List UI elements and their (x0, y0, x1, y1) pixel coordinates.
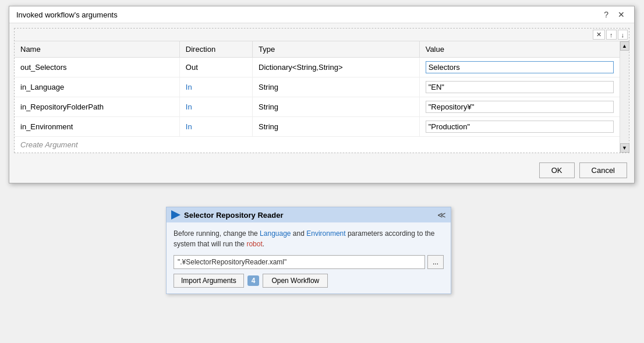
down-toolbar-button[interactable]: ↓ (618, 30, 628, 40)
dialog-title: Invoked workflow's arguments (16, 10, 118, 19)
col-name: Name (15, 41, 179, 58)
invoke-panel-title-area: Selector Repository Reader (171, 210, 284, 220)
value-input-3[interactable] (426, 101, 614, 113)
table-scrollbar: ▲ ▼ (620, 41, 629, 153)
arg-value[interactable] (419, 58, 620, 77)
arguments-table: Name Direction Type Value out_Selectors … (15, 41, 620, 153)
import-arguments-button[interactable]: Import Arguments (174, 274, 244, 288)
ok-button[interactable]: OK (539, 162, 575, 178)
table-toolbar: ✕ ↑ ↓ (15, 29, 629, 41)
arguments-table-container: ✕ ↑ ↓ Name Direction Type Value (14, 28, 629, 153)
invoke-description: Before running, change the Language and … (174, 228, 444, 249)
arg-direction: In (179, 97, 252, 117)
close-button[interactable]: ✕ (615, 10, 627, 19)
collapse-button[interactable]: ≪ (437, 210, 446, 220)
col-direction: Direction (179, 41, 252, 58)
scroll-up-button[interactable]: ▲ (620, 41, 629, 51)
arg-name: in_Language (15, 77, 179, 97)
table-scroll-area: Name Direction Type Value out_Selectors … (15, 41, 629, 153)
arg-type: String (253, 97, 420, 117)
invoke-panel-header: Selector Repository Reader ≪ (167, 207, 451, 222)
highlight-language: Language (260, 229, 291, 238)
scroll-down-button[interactable]: ▼ (620, 143, 629, 153)
table-header-row: Name Direction Type Value (15, 41, 620, 58)
dialog-title-bar: Invoked workflow's arguments ? ✕ (9, 6, 634, 23)
argument-count-badge: 4 (247, 275, 260, 286)
arg-type: Dictionary<String,String> (253, 58, 420, 77)
table-inner: Name Direction Type Value out_Selectors … (15, 41, 620, 153)
invoke-panel-body: Before running, change the Language and … (167, 222, 451, 294)
arg-direction: Out (179, 58, 252, 77)
invoke-panel-title: Selector Repository Reader (184, 211, 284, 220)
scrollbar-track (620, 51, 629, 143)
arg-value[interactable] (419, 117, 620, 137)
highlight-environment: Environment (306, 229, 345, 238)
arg-value[interactable] (419, 77, 620, 97)
arg-direction: In (179, 117, 252, 137)
col-type: Type (253, 41, 420, 58)
browse-button[interactable]: ... (427, 255, 444, 269)
arg-type: String (253, 77, 420, 97)
cancel-button[interactable]: Cancel (579, 162, 627, 178)
value-input-2[interactable] (426, 81, 614, 93)
table-row: out_Selectors Out Dictionary<String,Stri… (15, 58, 620, 77)
highlight-robot: robot (246, 240, 262, 248)
dialog-footer: OK Cancel (9, 158, 634, 183)
title-controls: ? ✕ (601, 10, 627, 19)
arg-name: in_RepositoryFolderPath (15, 97, 179, 117)
table-row: in_Environment In String (15, 117, 620, 137)
action-row: Import Arguments 4 Open Workflow (174, 274, 444, 288)
arg-name: in_Environment (15, 117, 179, 137)
arg-direction: In (179, 77, 252, 97)
create-argument-row[interactable]: Create Argument (15, 137, 620, 153)
file-row: ... (174, 255, 444, 269)
play-icon (171, 210, 181, 220)
value-input-1[interactable] (426, 61, 614, 73)
arg-value[interactable] (419, 97, 620, 117)
help-button[interactable]: ? (601, 10, 611, 19)
arg-type: String (253, 117, 420, 137)
arg-name: out_Selectors (15, 58, 179, 77)
table-row: in_RepositoryFolderPath In String (15, 97, 620, 117)
create-argument-label[interactable]: Create Argument (15, 137, 620, 153)
invoked-workflow-dialog: Invoked workflow's arguments ? ✕ ✕ ↑ ↓ N… (9, 6, 635, 183)
up-toolbar-button[interactable]: ↑ (606, 30, 617, 40)
file-path-input[interactable] (174, 255, 425, 269)
open-workflow-button[interactable]: Open Workflow (263, 274, 328, 288)
table-row: in_Language In String (15, 77, 620, 97)
clear-toolbar-button[interactable]: ✕ (593, 30, 605, 40)
col-value: Value (419, 41, 620, 58)
invoke-activity-panel: Selector Repository Reader ≪ Before runn… (166, 207, 451, 294)
value-input-4[interactable] (426, 121, 614, 133)
